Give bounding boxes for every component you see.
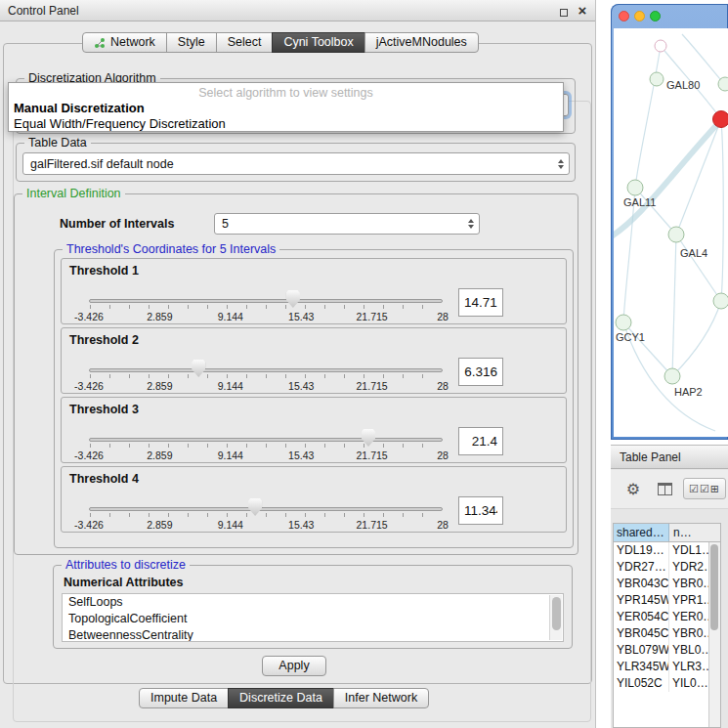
network-node-hap2[interactable] [664,368,680,384]
slider-track[interactable] [89,299,443,303]
threshold-slider[interactable]: -3.426 2.859 9.144 15.43 21.715 28 [89,429,443,462]
list-scrollbar[interactable] [549,595,562,640]
tick-label: 2.859 [147,380,172,392]
threshold-value-input[interactable] [458,496,503,525]
node-label-hap2: HAP2 [674,386,703,398]
node-table[interactable]: shared… n… YDL19…YDL1… YDR27…YDR2… YBR04… [613,523,721,728]
table-row[interactable]: YBR045CYBR0… [614,625,720,642]
columns-button[interactable] [654,478,675,499]
threshold-value-input[interactable] [458,288,503,317]
tick-label: -3.426 [74,311,104,322]
threshold-slider[interactable]: -3.426 2.859 9.144 15.43 21.715 28 [89,360,443,393]
slider-scale-labels: -3.426 2.859 9.144 15.43 21.715 28 [89,380,443,392]
threshold-value-input[interactable] [458,358,503,386]
cell: YER054C [614,609,669,625]
threshold-label: Threshold 2 [69,333,139,347]
gear-button[interactable]: ⚙ [622,478,644,499]
selected-network-node[interactable] [713,111,728,128]
slider-scale-labels: -3.426 2.859 9.144 15.43 21.715 28 [89,450,443,461]
algorithm-option-manual[interactable]: Manual Discretization [9,101,563,116]
thick-edge [614,120,721,238]
list-item[interactable]: SelfLoops [63,594,563,611]
table-panel-titlebar: Table Panel [611,445,728,469]
slider-scale-labels: -3.426 2.859 9.144 15.43 21.715 28 [89,519,443,531]
cell: YDR27… [614,559,669,576]
column-visibility-buttons[interactable]: ☑☑⊞ [683,478,726,499]
cell: YBR045C [614,625,669,642]
slider-track[interactable] [89,368,443,372]
algorithm-option-equal-width[interactable]: Equal Width/Frequency Discretization [9,116,563,132]
gear-icon: ⚙ [626,480,640,498]
tick-label: 15.43 [288,311,314,322]
tab-style[interactable]: Style [166,32,217,53]
table-row[interactable]: YDL19…YDL1… [614,542,720,559]
network-node[interactable] [713,293,728,309]
list-item[interactable]: BetweennessCentrality [63,627,563,642]
table-row[interactable]: YLR345WYLR3… [614,659,720,675]
table-data-group: Table Data galFiltered.sif default node [16,143,576,182]
tab-impute-data[interactable]: Impute Data [139,688,229,708]
network-icon [94,37,106,49]
apply-button[interactable]: Apply [262,656,326,676]
tick-label: 28 [437,450,449,461]
network-node[interactable] [655,40,666,52]
zoom-traffic-light[interactable] [650,11,661,21]
control-panel-window: Control Panel × Network Style Select Cyn… [0,0,596,728]
table-row[interactable]: YDR27…YDR2… [614,559,720,576]
number-of-intervals-combo[interactable]: 5 [214,213,480,235]
table-row[interactable]: YBR043CYBR0… [614,576,720,592]
columns-icon [658,483,672,495]
numerical-attributes-list[interactable]: SelfLoops TopologicalCoefficient Between… [62,593,564,642]
slider-tick-marks [90,374,442,378]
threshold-label: Threshold 1 [69,264,139,278]
tab-network[interactable]: Network [82,32,167,53]
tick-label: 9.144 [218,519,243,531]
threshold-slider[interactable]: -3.426 2.859 9.144 15.43 21.715 28 [89,290,443,323]
tab-label: Style [178,33,205,52]
tick-label: 15.43 [288,380,314,392]
network-node-gcy1[interactable] [616,315,631,330]
float-window-button[interactable] [556,3,572,19]
network-node[interactable] [718,77,728,91]
scrollbar-thumb[interactable] [552,597,561,630]
network-node-gal11[interactable] [627,180,643,195]
tab-jactivemnodules[interactable]: jActiveMNodules [364,32,479,53]
numerical-attributes-label: Numerical Attributes [64,576,183,589]
table-row[interactable]: YER054CYER0… [614,609,720,625]
close-traffic-light[interactable] [619,11,629,21]
table-scrollbar[interactable] [708,542,720,727]
float-icon [560,9,568,17]
slider-tick-marks [90,444,442,448]
table-row[interactable]: YBL079WYBL0… [614,642,720,659]
table-row[interactable]: YIL052CYIL0… [614,675,720,692]
minimize-traffic-light[interactable] [634,11,645,21]
threshold-panel-3: Threshold 3 -3.426 2.859 9.144 15.43 21.… [61,397,567,463]
threshold-slider[interactable]: -3.426 2.859 9.144 15.43 21.715 28 [89,498,443,532]
checkbox-icons: ☑☑⊞ [689,483,720,495]
network-canvas[interactable]: GAL80 GAL11 GAL4 GCY1 HAP2 [614,28,728,437]
network-view-window: GAL80 GAL11 GAL4 GCY1 HAP2 [611,4,728,440]
cell: YDL19… [614,542,669,559]
node-label-gal4: GAL4 [680,247,707,259]
slider-track[interactable] [89,507,443,511]
table-data-combo[interactable]: galFiltered.sif default node [22,152,570,175]
column-header-name[interactable]: n… [669,524,720,541]
tick-label: 28 [437,519,449,531]
tab-infer-network[interactable]: Infer Network [333,688,429,708]
tab-select[interactable]: Select [216,32,274,53]
tick-label: 2.859 [147,311,172,322]
network-node-gal4[interactable] [668,227,684,242]
tick-label: -3.426 [74,519,104,531]
tab-cyni-toolbox[interactable]: Cyni Toolbox [272,32,364,53]
close-window-button[interactable]: × [575,3,590,19]
table-row[interactable]: YPR145WYPR1… [614,592,720,609]
network-node[interactable] [650,72,664,86]
column-header-shared-name[interactable]: shared… [614,524,669,541]
tab-discretize-data[interactable]: Discretize Data [228,688,334,708]
list-item[interactable]: TopologicalCoefficient [63,611,563,627]
table-toolbar: ⚙ ☑☑⊞ [611,470,728,509]
slider-track[interactable] [89,438,443,442]
threshold-value-input[interactable] [458,427,503,455]
scrollbar-thumb[interactable] [710,544,718,630]
tick-label: 21.715 [357,519,388,531]
